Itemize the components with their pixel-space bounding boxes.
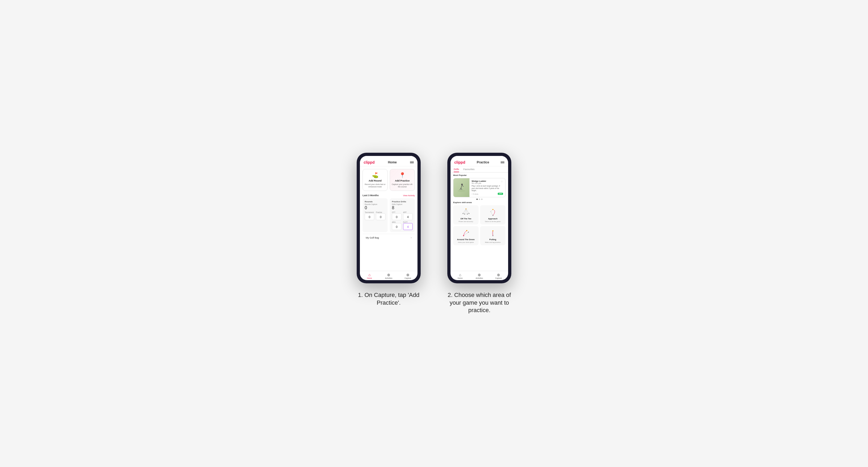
drills-value: 8: [392, 205, 413, 210]
nav-capture-1[interactable]: ⊕ Capture: [398, 271, 417, 280]
nav-home-label-1: Home: [367, 277, 372, 279]
tournament-stat: Tournament 0: [365, 211, 374, 220]
svg-point-0: [458, 190, 465, 192]
atg-diagram: [461, 228, 471, 238]
skill-putting[interactable]: Putting Make and lag practice: [480, 226, 505, 245]
activities-icon-2: ⊕: [478, 273, 481, 277]
arg-box: 0: [392, 223, 401, 230]
svg-line-2: [461, 185, 462, 188]
phone1-frame: clippd Home ⛳ Add Round Record your shot…: [357, 153, 421, 283]
drills-col: Practice Drills Drills Capture 8 OTT 0: [390, 198, 415, 232]
menu-icon-2[interactable]: [501, 161, 504, 164]
rounds-sub-stats: Tournament 0 Practice 0: [365, 211, 385, 220]
featured-drill-card[interactable]: Wedge Ladder 50–100 yds ☆ Play 1 shot at…: [453, 178, 505, 197]
period-label: Last 3 Months: [363, 194, 379, 197]
ott-box: 0: [392, 213, 401, 220]
dot-3: [481, 198, 483, 200]
stats-header: Last 3 Months View Activity: [360, 192, 417, 198]
add-round-desc: Record your shots fast or enhanced mode: [365, 183, 386, 188]
practice-box: 0: [376, 213, 385, 220]
svg-line-5: [462, 185, 464, 187]
phone2-header: clippd Practice: [451, 159, 508, 166]
featured-drill-col: Wedge Ladder 50–100 yds: [472, 180, 486, 185]
add-practice-title: Add Practice: [395, 179, 409, 182]
carousel-dots: [451, 197, 508, 201]
rounds-value: 0: [365, 205, 385, 210]
svg-line-10: [463, 209, 466, 213]
svg-point-1: [461, 184, 463, 185]
shots-count: ○ 9 shots: [472, 193, 478, 195]
featured-drill-footer: ○ 9 shots APP: [472, 193, 503, 195]
phone2-frame: clippd Practice Drills Favourites Most P…: [447, 153, 511, 283]
arg-label: ARG: [392, 221, 401, 223]
ott-desc: Power and accuracy: [459, 221, 473, 222]
practice-value: 0: [380, 215, 381, 219]
svg-point-14: [463, 213, 464, 214]
golf-bag-label: My Golf Bag: [366, 237, 379, 239]
golf-bag-row[interactable]: My Golf Bag ›: [363, 234, 415, 241]
skill-approach[interactable]: Approach Dial-in to hit the green: [480, 205, 505, 224]
golfer-silhouette: [456, 182, 467, 193]
putt-value: 4: [407, 225, 409, 228]
nav-activities-2[interactable]: ⊕ Activities: [470, 271, 489, 280]
putt-stat: PUTT 4: [403, 221, 413, 230]
phone1-screen: clippd Home ⛳ Add Round Record your shot…: [360, 156, 417, 280]
putting-desc: Make and lag practice: [485, 242, 501, 243]
svg-point-19: [468, 231, 469, 233]
skill-around-green[interactable]: Around The Green Hone your short game: [453, 226, 478, 245]
svg-point-20: [466, 230, 467, 231]
practice-title: Practice: [477, 160, 489, 164]
ott-name: Off The Tee: [460, 218, 471, 220]
putting-diagram: [488, 228, 498, 238]
status-bar-2: [451, 156, 508, 159]
ott-value: 0: [396, 215, 398, 219]
app-badge: APP: [498, 193, 503, 195]
atg-desc: Hone your short game: [458, 242, 474, 243]
home-icon-2: ⌂: [459, 273, 461, 277]
menu-icon[interactable]: [410, 161, 414, 164]
nav-home-2[interactable]: ⌂ Home: [451, 271, 470, 280]
featured-drill-desc: Play 1 shot at each target yardage. If y…: [472, 185, 503, 192]
featured-title-row: Wedge Ladder 50–100 yds ☆: [472, 180, 503, 185]
rounds-title: Rounds: [365, 200, 385, 203]
view-activity-link[interactable]: View Activity: [403, 194, 415, 197]
most-popular-label: Most Popular: [451, 174, 508, 178]
capture-icon-2: ⊕: [497, 273, 500, 277]
capture-icon-1: ⊕: [406, 273, 409, 277]
approach-diagram: [488, 207, 498, 217]
phone1-caption: 1. On Capture, tap 'Add Practice'.: [354, 291, 423, 307]
nav-activities-1[interactable]: ⊕ Activities: [379, 271, 398, 280]
explore-label: Explore skill areas: [451, 201, 508, 205]
skill-off-the-tee[interactable]: Off The Tee Power and accuracy: [453, 205, 478, 224]
tournament-value: 0: [369, 215, 370, 219]
atg-name: Around The Green: [457, 238, 475, 241]
page-container: clippd Home ⛳ Add Round Record your shot…: [354, 153, 514, 314]
phone2-screen: clippd Practice Drills Favourites Most P…: [451, 156, 508, 280]
nav-home-1[interactable]: ⌂ Home: [360, 271, 379, 280]
nav-capture-2[interactable]: ⊕ Capture: [489, 271, 508, 280]
featured-drill-image: [454, 178, 469, 197]
featured-drill-name: Wedge Ladder: [472, 180, 486, 182]
practice-tabs: Drills Favourites: [451, 166, 508, 173]
approach-desc: Dial-in to hit the green: [485, 221, 501, 222]
dot-1: [476, 198, 478, 200]
tournament-box: 0: [365, 213, 374, 220]
stats-grid: Rounds Rounds Capture 0 Tournament 0: [360, 198, 417, 234]
svg-point-22: [492, 230, 493, 231]
dot-2: [479, 198, 480, 200]
practice-content: Most Popular: [451, 173, 508, 271]
drills-sub-stats-2: ARG 0 PUTT 4: [392, 221, 413, 230]
star-icon[interactable]: ☆: [501, 180, 503, 183]
add-round-card[interactable]: ⛳ Add Round Record your shots fast or en…: [363, 169, 388, 191]
tab-favourites[interactable]: Favourites: [463, 166, 474, 172]
phone1-header: clippd Home: [360, 159, 417, 166]
featured-drill-info: Wedge Ladder 50–100 yds ☆ Play 1 shot at…: [469, 178, 505, 197]
add-practice-card[interactable]: 📍 Add Practice Capture your practice off…: [390, 169, 415, 191]
home-icon-1: ⌂: [368, 273, 371, 277]
chevron-right-icon: ›: [411, 236, 412, 239]
drills-title: Practice Drills: [392, 200, 413, 203]
drills-sub-stats: OTT 0 APP 4: [392, 211, 413, 220]
svg-line-8: [466, 209, 467, 214]
tab-drills[interactable]: Drills: [454, 166, 459, 172]
phone2-bottom-nav: ⌂ Home ⊕ Activities ⊕ Capture: [451, 271, 508, 280]
